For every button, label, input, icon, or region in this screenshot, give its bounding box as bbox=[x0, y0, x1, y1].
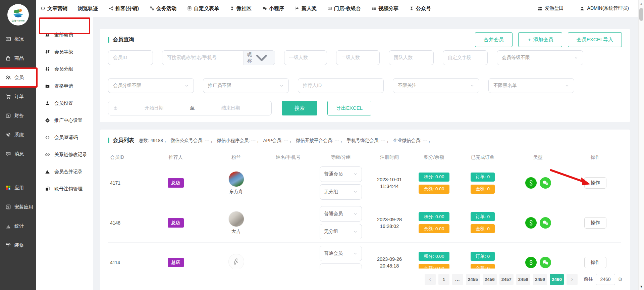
submenu-item-merge-log[interactable]: 会员合并记录 bbox=[36, 163, 93, 180]
page-button-1[interactable]: 1 bbox=[438, 274, 449, 285]
nav-item-browse-track[interactable]: 浏览轨迹 bbox=[78, 5, 98, 12]
scrollbar-thumb[interactable] bbox=[639, 8, 643, 21]
search-button[interactable]: 搜索 bbox=[282, 101, 317, 115]
scroll-down-arrow[interactable]: ▼ bbox=[639, 285, 644, 288]
orders-amount-cell: 订单: 0金额: 0 bbox=[471, 173, 495, 194]
add-member-button[interactable]: ＋ 添加会员 bbox=[518, 32, 562, 47]
sidebar-item-apps[interactable]: 应用 bbox=[0, 178, 36, 197]
goto-label: 前往 bbox=[584, 276, 593, 282]
level2-count-input[interactable]: 二级人数 bbox=[336, 50, 380, 65]
sidebar-item-goods[interactable]: 商品 bbox=[0, 49, 36, 68]
level-select[interactable]: 普通会员 bbox=[320, 206, 362, 222]
member-level-select[interactable]: 会员等级不限 bbox=[497, 50, 583, 65]
team-count-input[interactable]: 团队人数 bbox=[389, 50, 434, 65]
excel-import-button[interactable]: 会员EXCEL导入 bbox=[568, 32, 622, 47]
level-value: 普通会员 bbox=[324, 171, 343, 177]
sidebar-item-label: 安装应用 bbox=[14, 204, 33, 210]
nav-item-official-account[interactable]: 公众号 bbox=[409, 5, 431, 12]
export-excel-button[interactable]: 导出EXCEL bbox=[327, 101, 371, 115]
submenu-item-member-levels[interactable]: 会员等级 bbox=[36, 43, 93, 60]
prev-page-button[interactable]: ‹ bbox=[425, 274, 436, 285]
submenu-item-all-members[interactable]: 全部会员 bbox=[36, 26, 93, 43]
member-group-select[interactable]: 会员分组不限 bbox=[108, 78, 194, 93]
orders-icon bbox=[5, 93, 11, 100]
title-accent-bar bbox=[108, 138, 109, 143]
apps-icon bbox=[5, 185, 11, 191]
col-level-group: 等级/分组 bbox=[312, 154, 370, 160]
level-group-cell: 普通会员 无分组 bbox=[320, 166, 362, 200]
submenu-item-member-settings[interactable]: 会员设置 bbox=[36, 95, 93, 112]
submenu-item-member-groups[interactable]: 会员分组 bbox=[36, 60, 93, 78]
nav-item-store-cashier[interactable]: 门店-收银台 bbox=[327, 5, 361, 12]
pagination-bar: ‹ 1 ... 2455 2456 2457 2458 2459 2460 › … bbox=[100, 269, 630, 290]
level-value: 普通会员 bbox=[324, 211, 343, 217]
search-type-select[interactable]: 昵称 bbox=[244, 51, 275, 65]
sidebar-item-overview[interactable]: 概况 bbox=[0, 30, 36, 49]
register-date: 2023-10-01 bbox=[377, 177, 402, 182]
sidebar-item-finance[interactable]: 财务 bbox=[0, 106, 36, 125]
group-select[interactable]: 无分组 bbox=[320, 224, 362, 239]
member-level-value: 会员等级不限 bbox=[502, 55, 530, 61]
member-query-panel: 会员查询 合并会员 ＋ 添加会员 会员EXCEL导入 会员ID 可搜索昵称/姓名… bbox=[100, 29, 630, 122]
sidebar-item-orders[interactable]: 订单 bbox=[0, 87, 36, 106]
level1-count-input[interactable]: 一级人数 bbox=[284, 50, 327, 65]
sort-num-icon bbox=[45, 49, 50, 55]
sidebar-item-system[interactable]: 系统 bbox=[0, 125, 36, 144]
custom-field-input[interactable]: 自定义字段 bbox=[443, 50, 488, 65]
follow-filter-value: 不限关注 bbox=[398, 83, 417, 89]
page-button-2455[interactable]: 2455 bbox=[466, 274, 480, 285]
member-id-input[interactable]: 会员ID bbox=[108, 50, 153, 65]
sidebar-item-label: 财务 bbox=[14, 113, 24, 119]
sidebar-item-messages[interactable]: 消息 bbox=[0, 144, 36, 163]
start-date-placeholder[interactable]: 开始日期 bbox=[118, 105, 190, 111]
date-range-picker[interactable]: 开始日期 至 结束日期 bbox=[108, 101, 272, 115]
nav-item-video-share[interactable]: 视频分享 bbox=[371, 5, 398, 12]
message-icon bbox=[5, 151, 11, 157]
chevron-down-icon bbox=[353, 172, 358, 176]
promoter-select[interactable]: 推广员不限 bbox=[203, 78, 289, 93]
app-window: 盐海·YanHai 概况 商品 会员 订单 财务 系统 消息 bbox=[0, 0, 644, 290]
workspace-switcher[interactable]: 爱游盐田 bbox=[537, 5, 564, 11]
end-date-placeholder[interactable]: 结束日期 bbox=[195, 105, 267, 111]
follow-filter-select[interactable]: 不限关注 bbox=[393, 78, 479, 93]
submenu-item-promo-center[interactable]: 推广中心设置 bbox=[36, 112, 93, 129]
sidebar-item-decorate[interactable]: 装修 bbox=[0, 236, 36, 255]
goto-page-input[interactable] bbox=[596, 274, 615, 285]
sidebar-item-install-apps[interactable]: 安装应用 bbox=[0, 197, 36, 216]
page-button-2457[interactable]: 2457 bbox=[499, 274, 514, 285]
next-page-button[interactable]: › bbox=[567, 274, 578, 285]
level-select[interactable]: 普通会员 bbox=[320, 166, 362, 182]
submenu-item-relation-log[interactable]: 关系链修改记录 bbox=[36, 146, 93, 163]
nav-item-mini-program[interactable]: 小程序 bbox=[262, 5, 284, 12]
sidebar-item-members[interactable]: 会员 bbox=[0, 68, 36, 87]
vertical-scrollbar[interactable]: ▲ ▼ bbox=[638, 0, 644, 290]
referrer-id-input[interactable]: 推荐人ID bbox=[298, 78, 384, 93]
nav-item-conference[interactable]: 会务活动 bbox=[149, 5, 176, 12]
referrer-badge: 总店 bbox=[168, 218, 184, 228]
merge-members-button[interactable]: 合并会员 bbox=[475, 32, 513, 47]
level-select[interactable]: 普通会员 bbox=[320, 246, 362, 261]
orders-badge: 订单: 0 bbox=[471, 173, 495, 182]
nav-item-article-marketing[interactable]: 文章营销 bbox=[40, 5, 67, 12]
sidebar-item-statistics[interactable]: 统计 bbox=[0, 216, 36, 236]
submenu-item-account-cancel[interactable]: 账号注销管理 bbox=[36, 180, 93, 197]
nav-item-micro-community[interactable]: 微社区 bbox=[229, 5, 252, 12]
group-select[interactable]: 无分组 bbox=[320, 184, 362, 200]
nav-item-newcomer-award[interactable]: 新人奖 bbox=[294, 5, 317, 12]
page-button-current[interactable]: 2460 bbox=[550, 274, 564, 285]
submenu-item-invite-code[interactable]: 会员邀请码 bbox=[36, 129, 93, 146]
page-button-2456[interactable]: 2456 bbox=[483, 274, 497, 285]
scroll-up-arrow[interactable]: ▲ bbox=[639, 2, 644, 5]
row-action-button[interactable]: 操作 bbox=[584, 177, 606, 189]
blacklist-filter-select[interactable]: 不限黑名单 bbox=[488, 78, 574, 93]
account-menu[interactable]: ADMIN(系统管理员) bbox=[579, 5, 629, 11]
nav-item-custom-forms[interactable]: 自定义表单 bbox=[187, 5, 219, 12]
search-input[interactable]: 可搜索昵称/姓名/手机号 bbox=[162, 51, 244, 65]
row-action-button[interactable]: 操作 bbox=[584, 257, 606, 268]
nav-item-distribution[interactable]: 推客(分销) bbox=[108, 5, 139, 12]
page-ellipsis[interactable]: ... bbox=[452, 274, 463, 285]
submenu-item-qualification[interactable]: 资格申请 bbox=[36, 78, 93, 95]
page-button-2458[interactable]: 2458 bbox=[516, 274, 530, 285]
row-action-button[interactable]: 操作 bbox=[584, 217, 606, 229]
page-button-2459[interactable]: 2459 bbox=[533, 274, 547, 285]
